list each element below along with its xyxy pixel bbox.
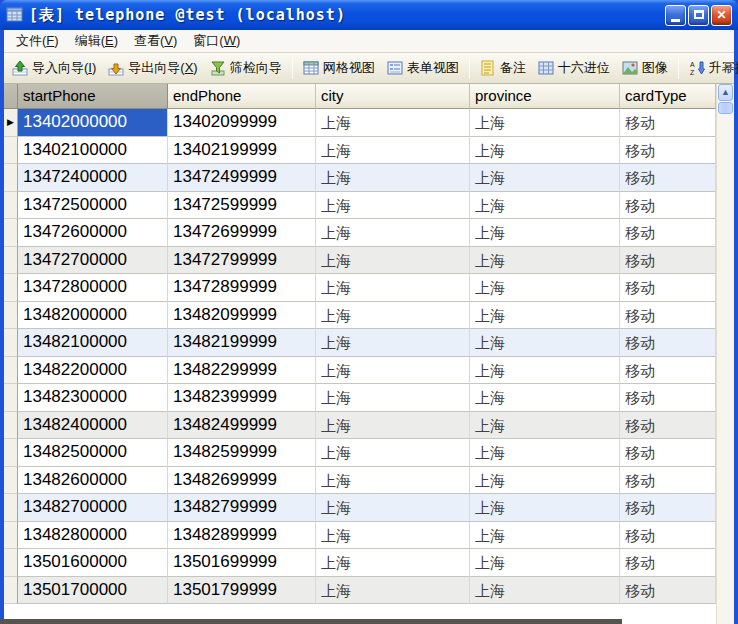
cell-endPhone[interactable]: 13472599999 [168,192,316,220]
cell-startPhone[interactable]: 13501600000 [18,549,168,577]
cell-province[interactable]: 上海 [470,302,620,330]
row-selector[interactable] [4,467,18,495]
menu-edit[interactable]: 编辑(E) [67,29,126,53]
row-selector[interactable] [4,247,18,275]
row-selector[interactable] [4,164,18,192]
cell-endPhone[interactable]: 13501799999 [168,577,316,605]
titlebar[interactable]: [表] telephone @test (localhost) ✕ [0,0,738,30]
cell-endPhone[interactable]: 13482399999 [168,384,316,412]
cell-endPhone[interactable]: 13402199999 [168,137,316,165]
cell-startPhone[interactable]: 13501700000 [18,577,168,605]
cell-startPhone[interactable]: 13482500000 [18,439,168,467]
cell-province[interactable]: 上海 [470,549,620,577]
scroll-up-button[interactable]: ▲ [718,84,733,101]
close-button[interactable]: ✕ [711,5,732,26]
row-selector[interactable] [4,302,18,330]
grid-corner-cell[interactable] [4,84,18,109]
cell-endPhone[interactable]: 13482699999 [168,467,316,495]
cell-cardType[interactable]: 移动 [620,109,716,137]
cell-startPhone[interactable]: 13482000000 [18,302,168,330]
cell-city[interactable]: 上海 [316,439,470,467]
hex-button[interactable]: 十六进位 [532,55,616,81]
cell-city[interactable]: 上海 [316,219,470,247]
cell-cardType[interactable]: 移动 [620,522,716,550]
cell-province[interactable]: 上海 [470,109,620,137]
cell-cardType[interactable]: 移动 [620,219,716,247]
cell-province[interactable]: 上海 [470,467,620,495]
cell-city[interactable]: 上海 [316,247,470,275]
row-selector[interactable] [4,329,18,357]
cell-endPhone[interactable]: 13402099999 [168,109,316,137]
row-selector[interactable] [4,274,18,302]
cell-endPhone[interactable]: 13472899999 [168,274,316,302]
cell-endPhone[interactable]: 13472499999 [168,164,316,192]
cell-startPhone[interactable]: 13472600000 [18,219,168,247]
cell-endPhone[interactable]: 13482599999 [168,439,316,467]
cell-city[interactable]: 上海 [316,494,470,522]
cell-city[interactable]: 上海 [316,137,470,165]
cell-startPhone[interactable]: 13402100000 [18,137,168,165]
cell-city[interactable]: 上海 [316,109,470,137]
cell-startPhone[interactable]: 13472700000 [18,247,168,275]
cell-endPhone[interactable]: 13501699999 [168,549,316,577]
column-header-startPhone[interactable]: startPhone [18,84,168,109]
cell-province[interactable]: 上海 [470,357,620,385]
cell-province[interactable]: 上海 [470,192,620,220]
cell-cardType[interactable]: 移动 [620,467,716,495]
cell-startPhone[interactable]: 13482800000 [18,522,168,550]
menu-view[interactable]: 查看(V) [126,29,185,53]
cell-city[interactable]: 上海 [316,412,470,440]
cell-startPhone[interactable]: 13472400000 [18,164,168,192]
cell-city[interactable]: 上海 [316,192,470,220]
cell-province[interactable]: 上海 [470,247,620,275]
vertical-scrollbar[interactable]: ▲ [716,84,734,624]
cell-cardType[interactable]: 移动 [620,192,716,220]
cell-startPhone[interactable]: 13472500000 [18,192,168,220]
cell-city[interactable]: 上海 [316,357,470,385]
cell-city[interactable]: 上海 [316,577,470,605]
cell-cardType[interactable]: 移动 [620,302,716,330]
cell-cardType[interactable]: 移动 [620,137,716,165]
cell-startPhone[interactable]: 13482600000 [18,467,168,495]
cell-province[interactable]: 上海 [470,329,620,357]
column-header-province[interactable]: province [470,84,620,109]
cell-cardType[interactable]: 移动 [620,247,716,275]
row-selector[interactable] [4,522,18,550]
row-selector[interactable] [4,577,18,605]
cell-startPhone[interactable]: 13402000000 [18,109,168,137]
cell-endPhone[interactable]: 13482299999 [168,357,316,385]
menu-file[interactable]: 文件(F) [8,29,67,53]
cell-province[interactable]: 上海 [470,164,620,192]
cell-cardType[interactable]: 移动 [620,164,716,192]
cell-city[interactable]: 上海 [316,549,470,577]
column-header-endPhone[interactable]: endPhone [168,84,316,109]
cell-province[interactable]: 上海 [470,137,620,165]
cell-city[interactable]: 上海 [316,164,470,192]
row-selector[interactable] [4,494,18,522]
menu-window[interactable]: 窗口(W) [185,29,248,53]
cell-endPhone[interactable]: 13472799999 [168,247,316,275]
cell-city[interactable]: 上海 [316,274,470,302]
cell-city[interactable]: 上海 [316,329,470,357]
cell-city[interactable]: 上海 [316,522,470,550]
cell-city[interactable]: 上海 [316,384,470,412]
row-selector[interactable] [4,439,18,467]
grid-view-button[interactable]: 网格视图 [297,55,381,81]
scrollbar-thumb[interactable] [718,102,733,114]
filter-wizard-button[interactable]: 筛检向导 [204,55,288,81]
cell-province[interactable]: 上海 [470,577,620,605]
cell-startPhone[interactable]: 13482400000 [18,412,168,440]
cell-cardType[interactable]: 移动 [620,384,716,412]
import-wizard-button[interactable]: 导入向导(I) [6,55,102,81]
row-selector[interactable] [4,357,18,385]
cell-province[interactable]: 上海 [470,219,620,247]
cell-endPhone[interactable]: 13482499999 [168,412,316,440]
cell-province[interactable]: 上海 [470,522,620,550]
cell-cardType[interactable]: 移动 [620,357,716,385]
cell-endPhone[interactable]: 13482899999 [168,522,316,550]
row-selector[interactable] [4,412,18,440]
cell-cardType[interactable]: 移动 [620,329,716,357]
cell-cardType[interactable]: 移动 [620,439,716,467]
cell-city[interactable]: 上海 [316,302,470,330]
cell-endPhone[interactable]: 13482199999 [168,329,316,357]
